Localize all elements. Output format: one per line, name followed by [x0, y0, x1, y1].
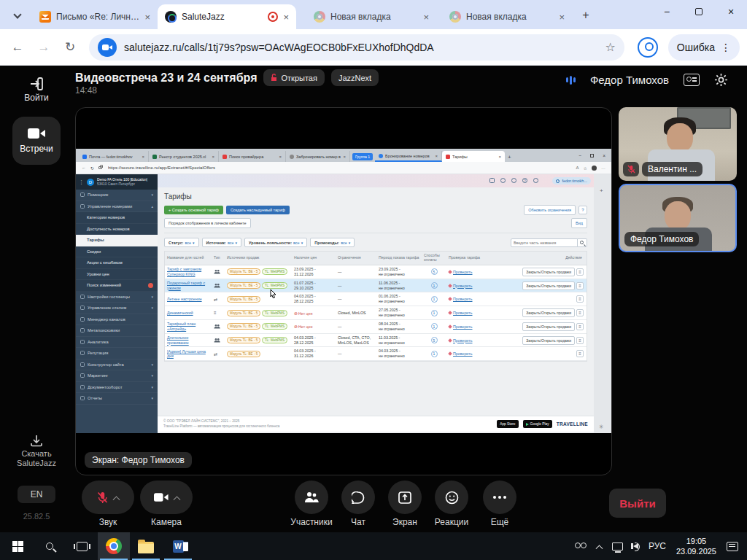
windows-icon — [12, 541, 23, 552]
settings-icon — [500, 178, 506, 183]
language-indicator[interactable]: РУС — [649, 541, 666, 551]
source-badge: TL: WebPMS — [262, 282, 287, 289]
folder-icon — [138, 542, 154, 553]
start-button[interactable] — [1, 532, 34, 560]
system-tray: РУС 19:0523.09.2025 — [575, 536, 747, 557]
participant-name: Федор Тимохов — [624, 232, 699, 246]
close-open-sales-button: Закрыть/Открыть продажи — [522, 322, 575, 331]
more-button[interactable] — [483, 481, 516, 514]
notification-center-icon[interactable] — [727, 542, 738, 551]
video-call-icon — [98, 38, 117, 57]
close-icon[interactable]: × — [559, 12, 565, 23]
kebab-menu-icon[interactable]: ⋮ — [721, 42, 731, 53]
error-label: Ошибка — [677, 42, 715, 53]
back-icon[interactable]: ← — [9, 40, 26, 55]
login-button[interactable]: Войти — [0, 77, 73, 103]
camera-toggle-button[interactable] — [140, 481, 193, 514]
bookmark-star-icon[interactable]: ☆ — [605, 40, 615, 54]
right-gutter: + ✳ — [594, 174, 611, 433]
clock[interactable]: 19:0523.09.2025 — [676, 536, 716, 557]
shared-browser-tabstrip: Почта — fedor.timokhov× Реестр студентов… — [76, 149, 611, 162]
shuffle-type-icon: ⇄ — [214, 298, 217, 302]
check-icon — [448, 338, 452, 343]
payment-methods-count: 5 — [431, 337, 438, 343]
chevron-up-icon[interactable] — [113, 496, 120, 503]
browser-tab-salutejazz[interactable]: SaluteJazz × — [158, 4, 296, 29]
nav-item-icon — [80, 192, 85, 197]
tariff-search — [511, 238, 587, 247]
participants-button[interactable] — [295, 481, 328, 514]
language-toggle[interactable]: EN — [18, 486, 55, 503]
participant-video[interactable]: Валентин ... — [619, 107, 737, 181]
audio-level-icon — [566, 75, 576, 85]
browser-tab-newtab-1[interactable]: Новая вкладка × — [306, 4, 436, 29]
login-label: Войти — [0, 93, 73, 103]
forward-icon[interactable]: → — [35, 40, 53, 55]
search-icon — [533, 178, 538, 183]
restore-button[interactable] — [683, 0, 715, 23]
booking-icon — [379, 154, 383, 158]
taskbar-chrome[interactable] — [98, 532, 130, 560]
download-icon — [30, 434, 43, 447]
speaker-icon[interactable] — [633, 543, 638, 549]
contact-card-icon[interactable] — [684, 74, 700, 86]
url-text[interactable]: salutejazz.ru/calls/1tj79s?psw=OAcWAgEOC… — [124, 42, 597, 53]
profile-icon[interactable] — [638, 37, 658, 58]
taskbar-word[interactable]: W — [162, 532, 194, 560]
close-window-button[interactable]: × — [715, 0, 747, 23]
participant-video-active[interactable]: Федор Тимохов — [619, 184, 737, 252]
reactions-button[interactable] — [435, 481, 468, 514]
close-icon[interactable]: × — [423, 12, 429, 23]
shared-address-bar: ←↻ https://secure.travelline.ru/app/Extr… — [76, 162, 611, 174]
chrome-icon — [106, 538, 122, 554]
browser-toolbar: ← → ↻ salutejazz.ru/calls/1tj79s?psw=OAc… — [0, 29, 747, 66]
close-icon[interactable]: × — [144, 12, 150, 23]
meeting-timer: 14:48 — [75, 85, 97, 96]
people-icon[interactable] — [575, 542, 587, 551]
leave-button[interactable]: Выйти — [609, 489, 666, 518]
check-link: Проверить — [453, 311, 473, 315]
browser-tab-mail[interactable]: Письмо «Re: Личный × — [32, 4, 158, 29]
more-label: Ещё — [471, 517, 529, 527]
page-title: Тарифы — [164, 192, 587, 201]
filter-promo: Промокоды:все▾ — [310, 238, 355, 247]
close-icon[interactable]: × — [283, 12, 289, 23]
meetings-button[interactable]: Встречи — [12, 117, 61, 165]
mouse-cursor — [270, 289, 276, 298]
minimize-button[interactable]: − — [651, 0, 683, 23]
search-input — [511, 238, 578, 247]
reload-icon[interactable]: ↻ — [61, 39, 79, 55]
source-badge: Модуль TL: BE - 5 — [227, 323, 260, 330]
check-icon — [448, 311, 452, 315]
task-view-button[interactable] — [66, 532, 98, 560]
nav-item-icon — [80, 204, 85, 209]
taskbar-search-button[interactable] — [34, 532, 66, 560]
new-tab-button[interactable]: + — [576, 6, 595, 25]
browser-error-button[interactable]: Ошибка ⋮ — [668, 34, 740, 61]
tariff-link: Динамический — [167, 311, 193, 315]
screen-share-button[interactable] — [388, 481, 422, 514]
shared-tab: Поиск провайдера× — [219, 151, 286, 162]
address-bar[interactable]: salutejazz.ru/calls/1tj79s?psw=OAcWAgEOC… — [89, 34, 624, 61]
payment-methods-count: 5 — [431, 268, 438, 275]
outlook-icon — [82, 155, 87, 159]
browser-tab-newtab-2[interactable]: Новая вкладка × — [442, 4, 572, 29]
chevron-down-icon — [13, 10, 21, 18]
desktop: Письмо «Re: Личный × SaluteJazz × Новая … — [0, 0, 747, 560]
muted-indicator — [623, 162, 639, 176]
mic-muted-icon — [97, 491, 108, 504]
payment-methods-count: 1 — [431, 323, 438, 330]
tab-search-button[interactable] — [7, 6, 28, 26]
download-app-button[interactable]: Скачать SaluteJazz — [0, 434, 73, 469]
chat-button[interactable] — [341, 481, 375, 514]
taskbar-explorer[interactable] — [130, 532, 162, 560]
open-lock-icon — [271, 74, 277, 82]
chevron-up-icon[interactable] — [173, 496, 180, 503]
gear-icon[interactable] — [714, 73, 728, 87]
network-icon[interactable] — [612, 542, 623, 551]
hidden-icons-chevron[interactable] — [595, 545, 603, 552]
source-badge: TL: WebPMS — [262, 310, 287, 316]
source-badge: Модуль TL: BE - 5 — [227, 351, 260, 357]
nav-item-reputation: Репутация — [76, 348, 158, 359]
mic-toggle-button[interactable] — [82, 481, 134, 514]
